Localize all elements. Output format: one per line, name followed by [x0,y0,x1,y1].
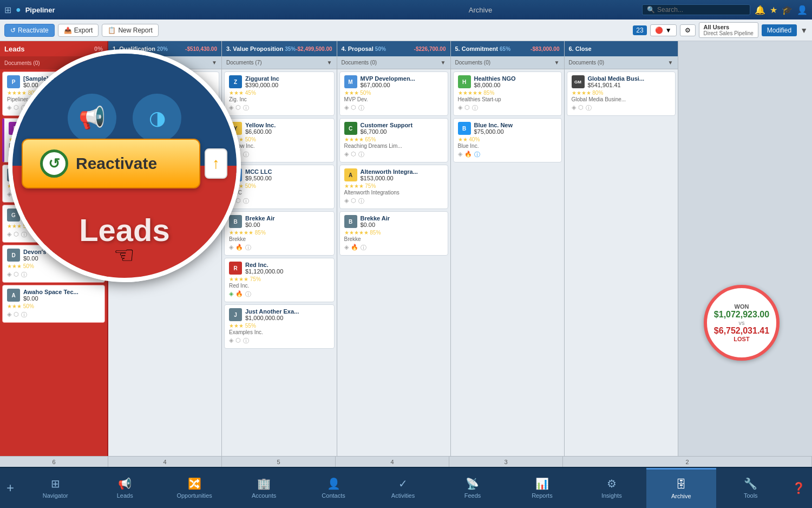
top-bar-left: ⊞ ● Pipeliner [4,5,319,15]
lead-avatar-john: J [7,168,20,181]
commitment-header: 5. Commitment 65% -$83,000.00 [451,41,564,56]
magnifier-button-area: ↺ Reactivate ↑ [22,139,227,188]
close-header: 6. Close [565,41,678,56]
deal-healthies[interactable]: H Healthies NGO $8,000.00 ★★★★★ 85% Heal… [453,71,562,116]
nav-item-navigator[interactable]: ⊞ Navigator [21,468,90,508]
leads-docs-bar: Documents (0) ▼ [0,56,107,69]
filter-icon: 🔴 [655,27,663,34]
value-cards: Z Ziggurat Inc $390,000.00 ★★★ 45% Zig. … [222,69,337,456]
navigator-icon: ⊞ [51,477,60,490]
qual-docs-bar: Documents (0) ▼ [108,56,221,69]
card-icon-1: ◈ [7,104,11,112]
lead-avatar-purple: P [9,122,22,135]
nav-item-tools[interactable]: 🔧 Tools [716,468,785,508]
deal-altenworth[interactable]: A Altenworth Integra... $153,000.00 ★★★★… [339,165,448,209]
leads-filter-icon[interactable]: ▼ [97,60,103,66]
reports-icon: 📊 [535,477,549,490]
qualification-column: 1. Qualification 20% -$510,430.00 Docume… [108,41,222,456]
nav-item-insights[interactable]: ⚙ Insights [577,468,646,508]
opportunities-icon: 🔀 [188,477,201,490]
graduation-icon[interactable]: 🎓 [782,5,793,15]
value-docs-bar: Documents (7) ▼ [222,56,337,69]
deal-brekke-air-3[interactable]: B Brekke Air $0.00 ★★★★★ 85% Brekke ◈ 🔥 … [339,211,448,256]
app-logo: ● [16,5,21,15]
nav-item-archive[interactable]: 🗄 Archive [646,468,716,508]
modified-button[interactable]: Modified [762,24,797,36]
commitment-column: 5. Commitment 65% -$83,000.00 Documents … [451,41,565,456]
archive-icon: 🗄 [676,478,686,491]
lead-avatar: P [7,75,20,88]
deal-mcc[interactable]: M MCC LLC $9,500.00 ★★★ 50% MMC ◈ ⬡ ⓘ [224,165,335,209]
gear-button[interactable]: ⚙ [680,24,696,36]
toolbar: ↺ Reactivate 📤 Export 📋 New Report 23 🔴 … [0,19,812,41]
contacts-icon: 👤 [327,477,340,490]
nav-item-contacts[interactable]: 👤 Contacts [299,468,368,508]
deal-global-media[interactable]: GM Global Media Busi... $541,901.41 ★★★★… [567,71,676,116]
lead-card-awaho[interactable]: A Awaho Space Tec... $0.00 ★★★ 50% ◈ ⬡ ⓘ [2,285,105,323]
commitment-docs-bar: Documents (0) ▼ [451,56,564,69]
user-icon[interactable]: 👤 [797,5,808,15]
lead-avatar-devon: D [7,249,20,262]
nav-item-activities[interactable]: ✓ Activities [368,468,437,508]
deal-yellow[interactable]: Y Yellow Inc. $6,600.00 ★★★ 50% Yellow I… [224,118,335,162]
qual-cards: B Brekke Air $0.00 ★★★★★ 85% Brekke ◈ 🔥 … [108,69,221,456]
close-cards: GM Global Media Busi... $541,901.41 ★★★★… [565,69,678,456]
magnifier-reactivate-button[interactable]: ↺ Reactivate [22,139,200,188]
help-button[interactable]: ❓ [785,481,812,494]
deal-mvp[interactable]: M MVP Developmen... $67,000.00 ★★★ 50% M… [339,71,448,116]
proposal-column: 4. Proposal 50% -$226,700.00 Documents (… [337,41,451,456]
close-docs-bar: Documents (0) ▼ [565,56,678,69]
deal-just-another[interactable]: J Just Another Exa... $1,000,000.00 ★★★ … [224,304,335,349]
deal-brekke-air-2[interactable]: B Brekke Air $0.00 ★★★★★ 85% Brekke ◈ 🔥 … [224,211,335,256]
nav-item-opportunities[interactable]: 🔀 Opportunities [160,468,229,508]
leads-cards: P [Sample] Lead $0.00 ★★★★ 80% Pipeliner… [0,69,107,456]
star-icon[interactable]: ★ [770,5,777,15]
add-button[interactable]: + [0,480,21,496]
reactivate-icon: ↺ [10,27,16,34]
search-input[interactable] [657,6,745,14]
new-report-button[interactable]: 📋 New Report [102,24,158,37]
leads-column-header: Leads 0% [0,41,107,56]
leads-nav-icon: 📢 [118,477,132,490]
reactivate-button[interactable]: ↺ Reactivate [4,24,55,37]
gear-icon: ⚙ [685,27,691,34]
search-box[interactable]: 🔍 [642,4,750,15]
deal-red-inc[interactable]: R Red Inc. $1,120,000.00 ★★★★ 75% Red In… [224,258,335,302]
nav-item-accounts[interactable]: 🏢 Accounts [229,468,298,508]
deal-customer-support[interactable]: C Customer Support $6,700.00 ★★★★ 65% Re… [339,118,448,162]
lead-card-devon[interactable]: D Devon's Jewelry $0.00 ★★★ 50% ◈ ⬡ ⓘ [2,245,105,283]
value-prop-column: 3. Value Proposition 35% -$2,499,500.00 … [222,41,337,456]
deal-card-brekke-1[interactable]: B Brekke Air $0.00 ★★★★★ 85% Brekke ◈ 🔥 … [110,71,219,116]
all-users-button[interactable]: All Users Direct Sales Pipeline [699,22,758,38]
won-lost-widget: WON $1,072,923.00 vs $6,752,031.41 LOST [704,285,780,361]
bell-icon[interactable]: 🔔 [755,5,765,15]
nav-item-leads[interactable]: 📢 Leads [90,468,159,508]
filter-button[interactable]: 🔴 ▼ [650,24,677,36]
bottom-nav: + ⊞ Navigator 📢 Leads 🔀 Opportunities 🏢 … [0,467,812,508]
close-column: 6. Close Documents (0) ▼ GM Global Media… [565,41,678,456]
top-bar-right: 🔍 🔔 ★ 🎓 👤 [642,4,808,15]
stage-numbers-bar: 6 4 5 4 3 2 [0,456,812,467]
grid-icon[interactable]: ⊞ [4,5,11,15]
deal-ziggurat[interactable]: Z Ziggurat Inc $390,000.00 ★★★ 45% Zig. … [224,71,335,116]
qualification-header: 1. Qualification 20% -$510,430.00 [108,41,221,56]
chevron-down-icon[interactable]: ▼ [800,26,808,35]
lead-card-sample[interactable]: P [Sample] Lead $0.00 ★★★★ 80% Pipeliner… [2,71,105,116]
reactivate-circle-icon: ↺ [40,149,68,178]
value-prop-header: 3. Value Proposition 35% -$2,499,500.00 [222,41,337,56]
count-badge: 23 [633,25,646,35]
proposal-cards: M MVP Developmen... $67,000.00 ★★★ 50% M… [337,69,450,456]
export-icon: 📤 [64,27,72,34]
commitment-cards: H Healthies NGO $8,000.00 ★★★★★ 85% Heal… [451,69,564,456]
new-report-icon: 📋 [108,27,116,34]
filter-arrow: ▼ [665,27,672,34]
export-button[interactable]: 📤 Export [58,24,99,37]
deal-blue-inc[interactable]: B Blue Inc. New $75,000.00 ★★ 40% Blue I… [453,118,562,162]
card-icon-a: ◈ [9,151,13,159]
lead-card-gorodnot[interactable]: G Gorodnot Robotics $0.00 ★★★ 50% ◈ ⬡ ⓘ [2,205,105,243]
nav-item-feeds[interactable]: 📡 Feeds [438,468,507,508]
nav-item-reports[interactable]: 📊 Reports [507,468,577,508]
lead-avatar-awaho: A [7,289,20,302]
tools-icon: 🔧 [744,477,757,490]
page-title: Archive [323,6,638,14]
